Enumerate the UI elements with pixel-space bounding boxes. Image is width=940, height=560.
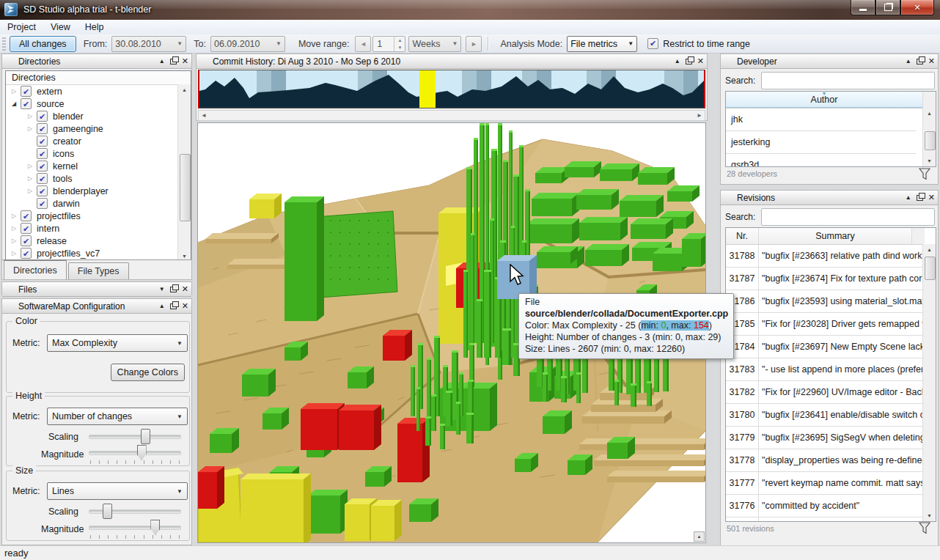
revision-row[interactable]: 31785"Fix for [#23028] Driver gets remap… [726, 313, 923, 336]
checkbox-checked[interactable]: ✔ [37, 111, 48, 122]
slider-handle[interactable] [150, 520, 160, 535]
chevron-right-icon[interactable]: ▷ [10, 213, 18, 219]
slider-handle[interactable] [137, 445, 147, 460]
developer-row[interactable]: gsrb3d [726, 154, 916, 167]
tree-item-projectfiles[interactable]: ▷✔projectfiles [6, 210, 191, 222]
tree-item-blenderplayer[interactable]: ▷✔blenderplayer [6, 185, 191, 197]
chevron-right-icon[interactable]: ▷ [26, 163, 34, 169]
checkbox-checked[interactable]: ✔ [37, 173, 48, 184]
chevron-right-icon[interactable]: ▷ [10, 225, 18, 232]
scrollbar-thumb[interactable] [925, 131, 936, 150]
tree-item-blender[interactable]: ▷✔blender [6, 110, 191, 122]
author-column-header[interactable]: ▼ Author [726, 92, 922, 108]
commit-timeline[interactable] [198, 70, 705, 108]
revision-row[interactable]: 31780"bugfix [#23641] enable/disable swi… [726, 404, 923, 427]
restore-button[interactable] [875, 0, 900, 15]
move-range-back-button[interactable]: ◄ [355, 36, 371, 52]
checkbox-checked[interactable]: ✔ [21, 223, 32, 234]
tree-item-gameengine[interactable]: ▷✔gameengine [6, 122, 191, 135]
summary-column-header[interactable]: Summary [759, 228, 911, 244]
menu-project[interactable]: Project [0, 21, 43, 34]
checkbox-checked[interactable]: ✔ [37, 148, 48, 159]
filter-funnel-icon[interactable] [919, 168, 930, 180]
checkbox-checked[interactable]: ✔ [21, 248, 32, 259]
close-icon[interactable]: ✕ [182, 56, 188, 66]
revision-row[interactable]: 31782"Fix for [#22960] UV/Image editor -… [726, 381, 923, 404]
scroll-up-icon[interactable]: ▲ [923, 244, 936, 255]
revision-row[interactable]: 31779"bugfix [#23695] SigSegV when delet… [726, 427, 923, 449]
tree-scrollbar[interactable]: ▲ ▼ [177, 84, 191, 262]
chevron-right-icon[interactable]: ▷ [26, 113, 34, 119]
expand-icon[interactable]: ▼ [159, 286, 165, 292]
move-range-forward-button[interactable]: ► [466, 36, 482, 52]
developer-search-input[interactable] [761, 72, 935, 89]
viewport-corner-button[interactable]: ▲ [694, 531, 705, 542]
collapse-icon[interactable]: ▲ [159, 303, 165, 309]
restrict-checkbox[interactable]: ✔ [647, 38, 658, 49]
size-magnitude-slider[interactable] [89, 520, 181, 534]
collapse-icon[interactable]: ▲ [159, 58, 165, 65]
checkbox-checked[interactable]: ✔ [37, 161, 48, 172]
chevron-right-icon[interactable]: ▷ [26, 175, 34, 182]
checkbox-checked[interactable]: ✔ [21, 98, 32, 109]
chevron-right-icon[interactable]: ▷ [10, 237, 18, 244]
collapse-icon[interactable]: ▲ [906, 58, 911, 65]
chevron-right-icon[interactable]: ▷ [10, 88, 18, 95]
change-colors-button[interactable]: Change Colors [111, 364, 185, 381]
menu-view[interactable]: View [43, 21, 78, 34]
scroll-down-icon[interactable]: ▼ [923, 155, 936, 166]
height-magnitude-slider[interactable] [89, 445, 181, 459]
close-icon[interactable]: ✕ [697, 56, 704, 66]
timeline-scrollbar[interactable]: ◄ ► [198, 110, 705, 121]
tree-item-extern[interactable]: ▷✔extern [6, 85, 191, 97]
to-date-combo[interactable]: 06.09.2010▼ [210, 36, 285, 52]
scroll-right-icon[interactable]: ► [697, 112, 702, 119]
chevron-expanded-icon[interactable]: ◢ [10, 100, 18, 107]
close-icon[interactable]: ✕ [182, 284, 188, 294]
float-icon[interactable] [170, 59, 177, 65]
move-count-spinner[interactable]: 1 ▲▼ [372, 36, 405, 52]
chevron-right-icon[interactable]: ▷ [26, 125, 34, 132]
scrollbar-thumb[interactable] [180, 154, 191, 221]
checkbox-checked[interactable]: ✔ [21, 235, 32, 246]
move-unit-combo[interactable]: Weeks▼ [408, 36, 461, 52]
size-metric-combo[interactable]: Lines▼ [47, 482, 188, 500]
checkbox-checked[interactable]: ✔ [21, 86, 32, 97]
float-icon[interactable] [170, 287, 177, 292]
spin-down-icon[interactable]: ▼ [394, 44, 405, 51]
tab-file-types[interactable]: File Types [68, 262, 129, 279]
revisions-scrollbar[interactable]: ▲ ▼ [922, 244, 936, 521]
tree-item-creator[interactable]: ✔creator [6, 135, 191, 147]
scroll-up-icon[interactable]: ▲ [178, 84, 191, 95]
collapse-icon[interactable]: ▲ [906, 194, 911, 201]
chevron-right-icon[interactable]: ▷ [10, 250, 18, 257]
height-scaling-slider[interactable] [89, 429, 181, 443]
revision-row[interactable]: 31775"bugfix [#23552] keymaps big proble… [726, 517, 923, 522]
checkbox-checked[interactable]: ✔ [37, 136, 48, 147]
height-metric-combo[interactable]: Number of changes▼ [47, 408, 188, 425]
revision-row[interactable]: 31776"committed by accident" [726, 495, 923, 517]
developer-row[interactable]: jesterking [726, 131, 916, 154]
revision-row[interactable]: 31783"- use list append in more places (… [726, 358, 923, 381]
developer-row[interactable]: jhk [726, 108, 916, 131]
slider-handle[interactable] [103, 504, 112, 519]
checkbox-checked[interactable]: ✔ [37, 123, 48, 134]
checkbox-checked[interactable]: ✔ [21, 210, 32, 221]
all-changes-button[interactable]: All changes [10, 36, 76, 52]
tree-item-intern[interactable]: ▷✔intern [6, 222, 191, 235]
collapse-icon[interactable]: ▲ [675, 58, 680, 65]
spin-up-icon[interactable]: ▲ [394, 37, 405, 44]
tree-item-projectfiles-vc7[interactable]: ▷✔projectfiles_vc7 [6, 247, 191, 259]
tree-item-source[interactable]: ◢✔source [6, 97, 191, 110]
from-date-combo[interactable]: 30.08.2010▼ [111, 36, 186, 52]
float-icon[interactable] [170, 303, 177, 309]
checkbox-checked[interactable]: ✔ [37, 198, 48, 209]
size-scaling-slider[interactable] [89, 504, 181, 517]
close-icon[interactable]: ✕ [928, 56, 935, 66]
minimize-button[interactable] [851, 0, 875, 15]
menu-help[interactable]: Help [78, 21, 111, 34]
close-icon[interactable]: ✕ [182, 301, 188, 311]
revisions-search-input[interactable] [761, 208, 935, 226]
analysis-mode-combo[interactable]: File metrics▼ [567, 36, 637, 52]
revision-row[interactable]: 31784"bugfix [#23697] New Empty Scene la… [726, 336, 923, 358]
